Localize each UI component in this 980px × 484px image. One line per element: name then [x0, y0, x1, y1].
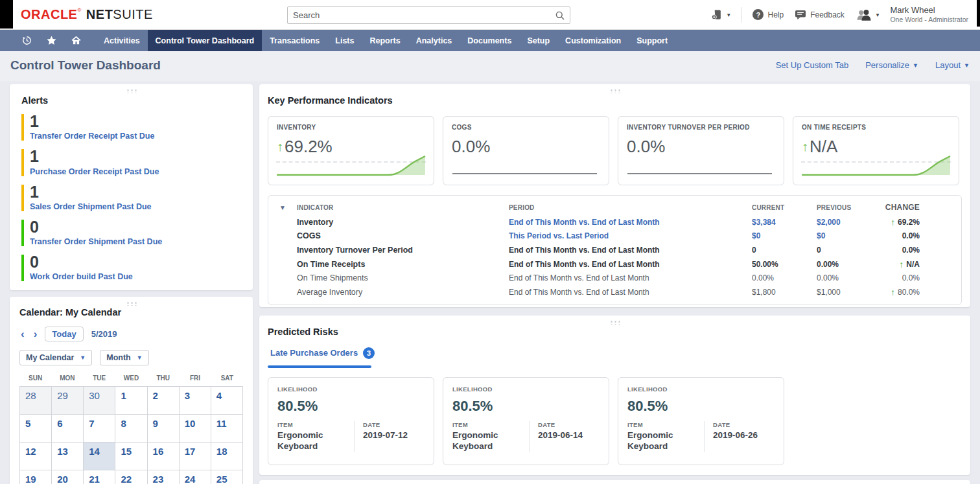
calendar-day-cell[interactable]: 6	[52, 415, 84, 443]
risk-card[interactable]: LIKELIHOOD 80.5% ITEM Ergonomic Keyboard…	[268, 377, 434, 465]
feedback-button[interactable]: Feedback	[795, 10, 845, 20]
shortcuts-button[interactable]	[39, 30, 64, 51]
day-header: SUN	[19, 375, 51, 382]
today-button[interactable]: Today	[45, 327, 83, 341]
view-select-caret-icon: ▼	[137, 354, 143, 361]
window-corner-left	[0, 0, 13, 29]
nav-tab[interactable]: Customization	[557, 30, 629, 51]
risk-card[interactable]: LIKELIHOOD 80.5% ITEM Ergonomic Keyboard…	[443, 377, 609, 465]
calendar-day-cell[interactable]: 13	[52, 443, 84, 470]
change-up-arrow-icon: ↑	[891, 287, 895, 297]
calendar-day-cell[interactable]: 28	[20, 387, 52, 415]
drag-handle-icon[interactable]	[126, 89, 137, 93]
calendar-select-value: My Calendar	[26, 353, 74, 362]
calendar-day-cell[interactable]: 7	[84, 415, 115, 443]
period-cell[interactable]: End of This Month vs. End of Last Month	[509, 288, 752, 297]
personalize-menu[interactable]: Personalize ▼	[865, 60, 918, 70]
indicator-cell: Inventory Turnover Per Period	[297, 246, 509, 255]
day-number: 4	[216, 390, 222, 401]
nav-tab[interactable]: Lists	[327, 30, 362, 51]
calendar-day-cell[interactable]: 5	[20, 415, 52, 443]
calendar-day-cell[interactable]: 1	[115, 387, 147, 415]
view-select[interactable]: Month ▼	[100, 350, 148, 365]
home-button[interactable]	[64, 30, 88, 51]
tab-late-purchase-orders[interactable]: Late Purchase Orders 3	[268, 347, 377, 365]
quick-add-menu[interactable]: ▾	[710, 8, 730, 21]
drag-handle-icon[interactable]	[609, 89, 620, 93]
period-cell[interactable]: End of This Month vs. End of Last Month	[509, 273, 752, 282]
day-header: TUE	[84, 375, 115, 382]
nav-tab[interactable]: Reports	[362, 30, 408, 51]
risk-card-details: ITEM Ergonomic Keyboard DATE 2019-07-12	[277, 421, 425, 452]
calendar-day-cell[interactable]: 20	[52, 470, 84, 484]
drag-handle-icon[interactable]	[126, 301, 137, 306]
calendar-day-cell[interactable]: 23	[148, 470, 180, 484]
nav-tab[interactable]: Analytics	[408, 30, 460, 51]
kpi-card[interactable]: INVENTORY ↑ 69.2%	[268, 116, 434, 185]
alert-link[interactable]: Transfer Order Shipment Past Due	[30, 237, 241, 246]
period-cell[interactable]: End of This Month vs. End of Last Month	[509, 260, 752, 269]
date-label: DATE	[538, 421, 600, 428]
calendar-day-cell[interactable]: 18	[211, 443, 243, 470]
history-clock-icon	[21, 35, 32, 46]
calendar-next-icon[interactable]: ›	[32, 328, 39, 340]
setup-custom-tab-label: Set Up Custom Tab	[776, 60, 848, 70]
calendar-day-cell[interactable]: 17	[180, 443, 211, 470]
calendar-day-cell[interactable]: 11	[211, 415, 243, 443]
nav-tab-label: Setup	[527, 36, 550, 45]
period-cell[interactable]: End of This Month vs. End of Last Month	[509, 218, 752, 227]
user-menu[interactable]: ▾	[856, 8, 880, 21]
col-change: CHANGE	[885, 203, 961, 212]
nav-tab[interactable]: Transactions	[262, 30, 327, 51]
calendar-select[interactable]: My Calendar ▼	[19, 350, 92, 365]
calendar-day-cell[interactable]: 3	[180, 387, 211, 415]
kpi-card[interactable]: INVENTORY TURNOVER PER PERIOD ↑ 0.0%	[618, 116, 784, 185]
day-number: 25	[216, 474, 228, 484]
alert-status-bar	[21, 255, 24, 281]
alert-link[interactable]: Purchase Order Receipt Past Due	[30, 167, 241, 176]
calendar-day-cell[interactable]: 8	[115, 415, 147, 443]
drag-handle-icon[interactable]	[609, 320, 620, 325]
nav-tab[interactable]: Support	[629, 30, 675, 51]
nav-tab[interactable]: Control Tower Dashboard	[148, 30, 262, 51]
calendar-day-cell[interactable]: 19	[20, 470, 52, 484]
setup-custom-tab-link[interactable]: Set Up Custom Tab	[776, 60, 848, 70]
period-cell[interactable]: End of This Month vs. End of Last Month	[509, 246, 752, 255]
calendar-prev-icon[interactable]: ‹	[19, 328, 26, 340]
alert-link[interactable]: Transfer Order Receipt Past Due	[30, 132, 241, 141]
calendar-day-cell[interactable]: 24	[180, 470, 211, 484]
calendar-day-cell[interactable]: 21	[84, 470, 115, 484]
nav-tab[interactable]: Activities	[96, 30, 148, 51]
calendar-day-cell[interactable]: 4	[211, 387, 243, 415]
current-cell: 50.00%	[752, 260, 817, 269]
calendar-day-cell[interactable]: 10	[180, 415, 211, 443]
kpi-card[interactable]: COGS ↑ 0.0%	[443, 116, 609, 185]
calendar-day-cell[interactable]: 2	[148, 387, 180, 415]
nav-tab[interactable]: Setup	[519, 30, 557, 51]
calendar-day-cell[interactable]: 15	[115, 443, 147, 470]
calendar-day-cell[interactable]: 29	[52, 387, 84, 415]
search-icon[interactable]	[555, 10, 565, 21]
alert-link[interactable]: Work Order build Past Due	[30, 272, 241, 281]
calendar-month-label: 5/2019	[91, 329, 117, 339]
recent-records-button[interactable]	[14, 30, 39, 51]
layout-menu[interactable]: Layout ▼	[935, 60, 970, 70]
calendar-day-cell[interactable]: 30	[84, 387, 115, 415]
calendar-day-cell[interactable]: 22	[115, 470, 147, 484]
user-menu-caret-icon: ▾	[876, 12, 880, 18]
calendar-day-cell[interactable]: 12	[20, 443, 52, 470]
calendar-day-cell[interactable]: 16	[148, 443, 180, 470]
calendar-day-cell[interactable]: 14	[84, 443, 115, 470]
help-button[interactable]: ? Help	[752, 9, 784, 20]
period-cell[interactable]: This Period vs. Last Period	[509, 231, 752, 240]
calendar-day-cell[interactable]: 9	[148, 415, 180, 443]
nav-tab[interactable]: Documents	[460, 30, 519, 51]
calendar-day-cell[interactable]: 25	[211, 470, 243, 484]
global-search-input[interactable]	[288, 10, 555, 20]
day-number: 14	[89, 446, 100, 457]
sort-caret-icon[interactable]: ▼	[279, 204, 286, 211]
risk-card[interactable]: LIKELIHOOD 80.5% ITEM Ergonomic Keyboard…	[618, 377, 784, 465]
kpi-card[interactable]: ON TIME RECEIPTS ↑ N/A	[793, 116, 959, 185]
alert-link[interactable]: Sales Order Shipment Past Due	[30, 202, 241, 211]
previous-cell: 0	[817, 246, 884, 255]
